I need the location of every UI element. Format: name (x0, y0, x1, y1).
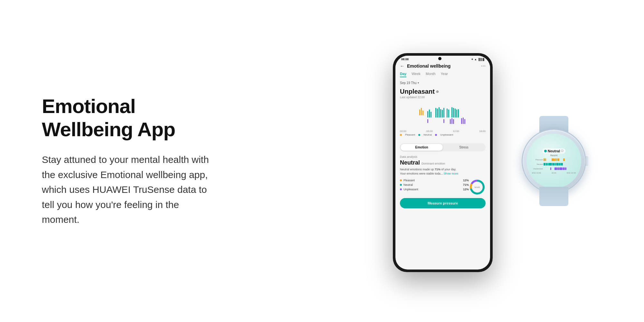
emotion-edit-icon[interactable]: ⊘ (436, 90, 439, 93)
watch-neutral-bars (544, 163, 576, 166)
watch-bar (554, 163, 556, 166)
emotion-stress-toggle: Emotion Stress (400, 143, 486, 151)
svg-rect-3 (427, 111, 428, 118)
emotion-toggle-btn[interactable]: Emotion (401, 144, 443, 151)
watch-bar (544, 158, 545, 161)
svg-rect-10 (442, 110, 443, 118)
tab-year[interactable]: Year (441, 72, 448, 77)
watch-time-mid: 16:00 (551, 172, 556, 174)
tab-month[interactable]: Month (426, 72, 436, 77)
unpleasant-stat-label: Unpleasant (403, 188, 461, 191)
watch-recent-label: Recent (550, 154, 557, 156)
neutral-stat: Neutral 71% (400, 183, 469, 186)
neutral-legend-label: Neutral (423, 133, 432, 136)
tab-week[interactable]: Week (412, 72, 421, 77)
svg-rect-1 (421, 108, 422, 115)
wifi-icon: ▲ (474, 58, 477, 61)
watch-bar (554, 158, 556, 161)
watch-crown (585, 156, 588, 166)
menu-button[interactable]: ⋯ (481, 63, 486, 69)
devices-section: 08:08 ✦ ▲ ▐▐ ▓ ← Emotional wellbeing (242, 0, 644, 322)
emotion-chart (400, 101, 486, 127)
emotion-value: Unpleasant (400, 88, 435, 95)
dominant-emotion-name: Neutral (400, 159, 420, 166)
chart-area: 00:00 06:00 12:00 18:00 Pleasant Neutral (395, 99, 490, 141)
stat-items: Pleasant 12% Neutral 71% Unpleasant (400, 179, 469, 192)
svg-rect-22 (451, 118, 452, 124)
app-title: Emotional wellbeing (407, 63, 481, 69)
neutral-legend-dot (418, 134, 420, 136)
watch-bar (556, 163, 559, 166)
stress-toggle-btn[interactable]: Stress (443, 144, 485, 151)
analysis-label: Data analysis (400, 155, 486, 158)
measure-pressure-button[interactable]: Measure pressure (400, 198, 486, 208)
svg-rect-12 (447, 109, 448, 118)
date-dropdown-icon[interactable]: ▾ (418, 81, 419, 84)
donut-chart: level (469, 179, 486, 195)
svg-rect-9 (440, 109, 441, 118)
svg-rect-11 (443, 108, 444, 118)
stats-row: Pleasant 12% Neutral 71% Unpleasant (395, 179, 490, 195)
watch-pleasant-row: Pleasant (531, 158, 576, 162)
watch-case: Neutral ⓘ Recent Pleasant (522, 129, 586, 193)
unpleasant-stat: Unpleasant 12% (400, 188, 469, 191)
svg-rect-15 (453, 108, 454, 118)
svg-rect-2 (422, 110, 423, 115)
watch-bar (559, 167, 563, 170)
pleasant-stat-dot (400, 179, 402, 181)
pleasant-stat-label: Pleasant (403, 179, 461, 182)
svg-rect-21 (450, 119, 451, 124)
signal-icon: ▐▐ (478, 58, 481, 61)
donut-label: level (475, 186, 480, 189)
page-description: Stay attuned to your mental health with … (42, 152, 216, 227)
phone-screen: 08:08 ✦ ▲ ▐▐ ▓ ← Emotional wellbeing (395, 56, 490, 270)
watch-bar (561, 163, 563, 166)
svg-rect-26 (464, 119, 465, 124)
chart-legend: Pleasant Neutral Unpleasant (400, 133, 486, 136)
svg-rect-8 (439, 107, 440, 118)
svg-rect-23 (453, 119, 454, 124)
watch-bar (547, 163, 548, 166)
watch-bar (546, 163, 547, 166)
watch-mockup: Neutral ⓘ Recent Pleasant (515, 116, 592, 206)
watch-neutral-label: Neutral (531, 163, 543, 165)
svg-rect-20 (443, 119, 444, 123)
watch-bar (550, 167, 551, 170)
unpleasant-stat-dot (400, 188, 402, 190)
watch-bar (563, 158, 565, 161)
watch-neutral-row: Neutral (531, 162, 576, 166)
camera-notch (438, 57, 441, 60)
svg-rect-0 (419, 109, 420, 115)
svg-rect-19 (427, 119, 428, 123)
watch-bar (565, 167, 566, 170)
watch-bar (554, 167, 557, 170)
neutral-stat-dot (400, 184, 402, 186)
tab-day[interactable]: Day (400, 72, 406, 77)
dominant-emotion-row: Neutral Dominant emotion (400, 159, 486, 166)
status-icons: ✦ ▲ ▐▐ ▓ (471, 58, 484, 61)
status-bar: 08:08 ✦ ▲ ▐▐ ▓ (395, 56, 490, 62)
tabs-row: Day Week Month Year (395, 71, 490, 80)
emotion-updated: Last updated 22:00 (400, 96, 486, 99)
date-row: Sep 19 Thu ▾ (395, 80, 490, 87)
svg-rect-13 (448, 109, 449, 118)
svg-rect-25 (463, 118, 464, 124)
back-button[interactable]: ← (400, 63, 404, 69)
bluetooth-icon: ✦ (471, 58, 473, 61)
svg-rect-4 (429, 109, 430, 118)
neutral-stat-value: 71% (463, 183, 469, 186)
watch-unpleasant-row: Unpleasant (531, 167, 576, 171)
svg-rect-17 (456, 109, 457, 118)
watch-bar (549, 163, 552, 166)
date-label: Sep 19 Thu (400, 81, 417, 85)
watch-screen: Neutral ⓘ Recent Pleasant (526, 134, 581, 188)
dominant-emotion-sub: Dominant emotion (421, 162, 445, 165)
analysis-description: Neutral emotions made up 71% of your day… (400, 167, 486, 175)
watch-time-start: 9/19 10:00 (532, 172, 541, 174)
svg-rect-7 (437, 109, 438, 118)
show-more-link[interactable]: Show more (444, 172, 459, 175)
status-time: 08:08 (401, 58, 409, 61)
watch-bar (556, 158, 557, 161)
phone-mockup: 08:08 ✦ ▲ ▐▐ ▓ ← Emotional wellbeing (393, 53, 493, 272)
watch-bar (563, 167, 565, 170)
